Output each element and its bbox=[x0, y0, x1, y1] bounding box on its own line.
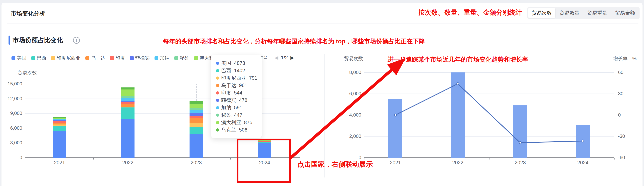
bar-segment-巴西-2023[interactable] bbox=[190, 127, 203, 134]
legend-item-巴西[interactable]: 巴西 bbox=[31, 55, 46, 61]
tooltip-series-dot bbox=[216, 84, 219, 87]
legend-prev-icon[interactable]: ◀ bbox=[274, 55, 278, 60]
bar-segment-印度-2021[interactable] bbox=[53, 121, 66, 123]
bar-segment-菲律宾-2023[interactable] bbox=[190, 113, 203, 116]
trade-count-bar-2021[interactable] bbox=[388, 99, 402, 158]
annotation-right-chart-note: 进一步追踪某个市场近几年的市场变化趋势和增长率 bbox=[388, 56, 528, 64]
left-chart-x-label: 2023 bbox=[185, 160, 207, 166]
bar-segment-澳大利亚-2023[interactable] bbox=[190, 104, 203, 108]
bar-segment-美国-2022[interactable] bbox=[121, 119, 134, 158]
tooltip-series-dot bbox=[216, 106, 219, 109]
bar-segment-印度尼西亚-2024[interactable] bbox=[258, 142, 271, 142]
bar-segment-加纳-2022[interactable] bbox=[121, 98, 134, 100]
tooltip-series-value: 印度尼西亚: 791 bbox=[221, 75, 257, 81]
legend-item-加纳[interactable]: 加纳 bbox=[154, 55, 170, 61]
left-chart-axis-tick bbox=[230, 158, 231, 160]
right-chart-left-tick: 8,000 bbox=[339, 70, 361, 75]
legend-swatch bbox=[174, 56, 178, 60]
bar-segment-乌干达-2021[interactable] bbox=[53, 123, 66, 124]
right-chart-right-tick: 60 bbox=[618, 70, 624, 75]
right-chart-left-tick: 4,000 bbox=[339, 112, 361, 118]
tooltip-series-value: 美国: 4873 bbox=[221, 60, 245, 66]
bar-segment-印度-2023[interactable] bbox=[190, 116, 203, 118]
bar-segment-乌干达-2022[interactable] bbox=[121, 104, 134, 107]
bar-segment-巴西-2021[interactable] bbox=[53, 126, 66, 131]
legend-item-印度尼西亚[interactable]: 印度尼西亚 bbox=[51, 55, 80, 61]
bar-segment-美国-2023[interactable] bbox=[190, 134, 203, 158]
bar-segment-乌干达-2024[interactable] bbox=[258, 142, 271, 142]
trade-count-bar-2023[interactable] bbox=[513, 106, 527, 158]
tab-贸易金额[interactable]: 贸易金额 bbox=[612, 8, 639, 18]
bar-segment-乌干达-2023[interactable] bbox=[190, 118, 203, 123]
bar-segment-美国-2021[interactable] bbox=[53, 131, 66, 158]
bar-segment-秘鲁-2023[interactable] bbox=[190, 108, 203, 110]
tooltip-series-value: 澳大利亚: 875 bbox=[221, 119, 252, 126]
bar-segment-乌克兰-2023[interactable] bbox=[190, 101, 203, 104]
tooltip-row: 巴西: 1402 bbox=[216, 67, 262, 74]
bar-segment-巴西-2022[interactable] bbox=[121, 108, 134, 119]
bar-segment-加纳-2023[interactable] bbox=[190, 110, 203, 113]
right-chart-axis-tick bbox=[489, 158, 490, 160]
left-chart-y-tick: 9,000 bbox=[0, 110, 22, 116]
legend-label: 美国 bbox=[17, 55, 26, 61]
bar-segment-乌克兰-2024[interactable] bbox=[258, 140, 271, 140]
legend-next-icon[interactable]: ▶ bbox=[290, 55, 294, 60]
legend-label: 秘鲁 bbox=[180, 55, 189, 61]
legend-page-indicator: 1/2 bbox=[281, 55, 288, 60]
tab-贸易重量[interactable]: 贸易重量 bbox=[584, 8, 611, 18]
bar-segment-澳大利亚-2021[interactable] bbox=[53, 118, 66, 119]
tooltip-row: 印度: 544 bbox=[216, 89, 262, 96]
bar-segment-加纳-2024[interactable] bbox=[258, 141, 271, 141]
bar-segment-菲律宾-2024[interactable] bbox=[258, 141, 271, 141]
legend-item-乌干达[interactable]: 乌干达 bbox=[86, 55, 105, 61]
tooltip-series-dot bbox=[216, 62, 219, 65]
bar-segment-乌克兰-2022[interactable] bbox=[121, 88, 134, 90]
legend-label: 菲律宾 bbox=[135, 55, 150, 61]
legend-item-印度[interactable]: 印度 bbox=[110, 55, 125, 61]
trade-count-bar-2022[interactable] bbox=[451, 72, 465, 158]
legend-item-秘鲁[interactable]: 秘鲁 bbox=[174, 55, 189, 61]
left-chart-y-tick: 15,000 bbox=[0, 81, 22, 87]
bar-segment-澳大利亚-2024[interactable] bbox=[258, 140, 271, 140]
bar-segment-秘鲁-2024[interactable] bbox=[258, 140, 271, 141]
section-accent-bar bbox=[8, 36, 10, 45]
trade-count-bar-2024[interactable] bbox=[576, 125, 590, 158]
bar-segment-菲律宾-2021[interactable] bbox=[53, 120, 66, 121]
bar-segment-加纳-2021[interactable] bbox=[53, 119, 66, 120]
legend-swatch bbox=[130, 56, 134, 60]
left-chart-y-tick: 0 bbox=[0, 155, 22, 160]
tooltip-series-dot bbox=[216, 76, 219, 80]
left-chart-y-tick: 6,000 bbox=[0, 125, 22, 131]
legend-item-菲律宾[interactable]: 菲律宾 bbox=[130, 55, 150, 61]
legend-item-美国[interactable]: 美国 bbox=[12, 55, 26, 61]
left-chart-y-tick: 3,000 bbox=[0, 140, 22, 146]
right-chart-gridline bbox=[364, 72, 614, 72]
tooltip-row: 乌克兰: 506 bbox=[216, 126, 262, 134]
tooltip-series-value: 加纳: 591 bbox=[221, 104, 242, 111]
bar-segment-印度-2024[interactable] bbox=[258, 141, 271, 142]
bar-segment-菲律宾-2022[interactable] bbox=[121, 100, 134, 102]
bar-segment-乌克兰-2021[interactable] bbox=[53, 117, 66, 118]
legend-label: 乌干达 bbox=[91, 55, 105, 61]
bar-segment-秘鲁-2021[interactable] bbox=[53, 119, 66, 120]
tab-贸易次数[interactable]: 贸易次数 bbox=[528, 8, 555, 18]
tab-贸易数量[interactable]: 贸易数量 bbox=[556, 8, 583, 18]
info-icon[interactable]: ! bbox=[73, 37, 80, 44]
left-chart-x-label: 2021 bbox=[48, 160, 70, 166]
tooltip-series-value: 乌克兰: 506 bbox=[221, 126, 247, 133]
left-chart-axis-tick bbox=[25, 158, 26, 160]
legend-label: 加纳 bbox=[160, 55, 170, 61]
bar-segment-澳大利亚-2022[interactable] bbox=[121, 90, 134, 96]
right-chart-right-tick: -60 bbox=[618, 155, 625, 160]
bar-segment-美国-2024[interactable] bbox=[258, 143, 271, 158]
legend-swatch bbox=[194, 56, 198, 60]
bar-segment-巴西-2024[interactable] bbox=[258, 142, 271, 143]
bar-segment-印度尼西亚-2021[interactable] bbox=[53, 124, 66, 126]
bar-segment-印度尼西亚-2022[interactable] bbox=[121, 107, 134, 108]
bar-segment-秘鲁-2022[interactable] bbox=[121, 96, 134, 98]
bar-segment-印度尼西亚-2023[interactable] bbox=[190, 123, 203, 127]
legend-label: 印度 bbox=[116, 55, 125, 61]
bar-segment-印度-2022[interactable] bbox=[121, 102, 134, 104]
header-divider bbox=[7, 24, 638, 24]
market-analysis-card bbox=[2, 3, 642, 186]
